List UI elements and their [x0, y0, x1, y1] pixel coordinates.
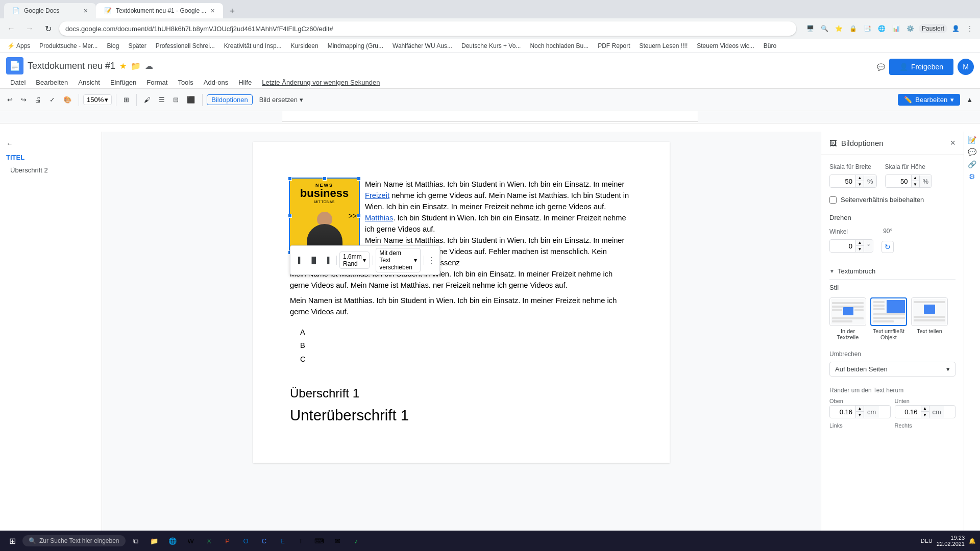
- strip-icon-2[interactable]: 💬: [968, 148, 976, 156]
- margin-bottom-down[interactable]: ▼: [921, 412, 929, 418]
- strip-icon-1[interactable]: 📝: [968, 136, 976, 144]
- margin-dropdown[interactable]: 1.6mm Rand ▾: [339, 252, 370, 269]
- taskbar-explorer[interactable]: 📁: [146, 533, 162, 549]
- margin-bottom-up[interactable]: ▲: [921, 406, 929, 412]
- textwrap-collapse[interactable]: ▼ Textumbruch: [829, 263, 955, 280]
- taskbar-mail[interactable]: ✉: [330, 533, 346, 549]
- taskview-button[interactable]: ⧉: [128, 533, 144, 549]
- umbrechen-dropdown[interactable]: Auf beiden Seiten ▾: [829, 362, 955, 377]
- ext-icon-1[interactable]: 🖥️: [804, 22, 817, 35]
- tab-close[interactable]: ×: [84, 7, 88, 15]
- taskbar-ie[interactable]: 🌐: [164, 533, 181, 549]
- style-inline[interactable]: In der Textzeile: [829, 297, 866, 340]
- ext-icon-7[interactable]: 📊: [890, 22, 902, 35]
- rotate-title[interactable]: Drehen: [829, 214, 955, 221]
- aspect-ratio-checkbox[interactable]: [829, 196, 837, 204]
- share-button[interactable]: 👤 Freigeben: [889, 59, 953, 75]
- menu-ansicht[interactable]: Ansicht: [74, 77, 104, 88]
- taskbar-teams[interactable]: T: [293, 533, 309, 549]
- new-tab-button[interactable]: +: [225, 4, 239, 18]
- handle-top-middle[interactable]: [323, 177, 327, 181]
- scale-height-input[interactable]: [886, 176, 911, 187]
- bookmark-steuer2[interactable]: Steuern Videos wic...: [694, 41, 757, 51]
- outline-title-1[interactable]: TITEL: [6, 154, 95, 161]
- freizeit-link[interactable]: Freizeit: [365, 191, 389, 199]
- angle-down[interactable]: ▼: [855, 246, 864, 252]
- comments-icon[interactable]: 💬: [877, 63, 885, 71]
- reload-button[interactable]: ↻: [41, 21, 55, 36]
- star-icon[interactable]: ★: [119, 61, 127, 71]
- align-right-btn[interactable]: ▐: [322, 255, 333, 266]
- taskbar-spotify[interactable]: ♪: [348, 533, 364, 549]
- taskbar-chrome[interactable]: C: [256, 533, 273, 549]
- style-break[interactable]: Text teilen: [911, 297, 948, 340]
- user-avatar[interactable]: M: [958, 59, 974, 75]
- bookmark-krea[interactable]: Kreativität und Insp...: [221, 41, 285, 51]
- bookmark-steuer1[interactable]: Steuern Lesen !!!!: [636, 41, 691, 51]
- document-area[interactable]: NEWS business MIT TOBIAS: [102, 132, 821, 551]
- angle-input[interactable]: [830, 240, 855, 252]
- search-bar[interactable]: 🔍 Zur Suche Text hier eingeben: [22, 535, 126, 546]
- ext-icon-8[interactable]: ⚙️: [904, 22, 917, 35]
- menu-icon[interactable]: ⋮: [964, 22, 976, 35]
- strip-icon-3[interactable]: 🔗: [968, 160, 976, 168]
- matthias-link[interactable]: Matthias: [365, 214, 393, 222]
- start-button[interactable]: ⊞: [4, 533, 20, 549]
- profile-icon[interactable]: 👤: [949, 22, 962, 35]
- bookmark-mind[interactable]: Mindmapping (Gru...: [325, 41, 386, 51]
- zoom-dropdown[interactable]: 150% ▾: [83, 94, 112, 105]
- menu-tools[interactable]: Tools: [174, 77, 197, 88]
- bookmark-deu[interactable]: Deutsche Kurs + Vo...: [458, 41, 524, 51]
- paint-button[interactable]: 🎨: [60, 94, 75, 106]
- handle-top-right[interactable]: [357, 177, 361, 181]
- margin-top-down[interactable]: ▼: [855, 412, 864, 418]
- align-left-btn[interactable]: ▌: [295, 255, 306, 266]
- taskbar-outlook[interactable]: O: [238, 533, 254, 549]
- handle-right-middle[interactable]: [357, 214, 361, 218]
- spellcheck-button[interactable]: ✓: [46, 94, 58, 106]
- margin-bottom-input[interactable]: [895, 406, 921, 418]
- angle-up[interactable]: ▲: [855, 240, 864, 246]
- bookmark-kurs[interactable]: Kursideen: [288, 41, 322, 51]
- ext-icon-2[interactable]: 🔍: [819, 22, 831, 35]
- bild-ersetzen-button[interactable]: Bild ersetzen ▾: [255, 94, 308, 105]
- paint-format-button[interactable]: 🖌: [141, 94, 154, 106]
- handle-top-left[interactable]: [288, 177, 292, 181]
- ext-icon-3[interactable]: ⭐: [833, 22, 845, 35]
- panel-close-button[interactable]: ×: [950, 138, 955, 148]
- margin-top-up[interactable]: ▲: [855, 406, 864, 412]
- ext-icon-5[interactable]: 📑: [862, 22, 874, 35]
- back-button[interactable]: ←: [4, 21, 18, 36]
- embedded-image[interactable]: NEWS business MIT TOBIAS: [290, 179, 359, 253]
- tab-current[interactable]: 📝 Textdokument neu #1 - Google ... ×: [96, 3, 223, 18]
- scale-width-up[interactable]: ▲: [855, 175, 864, 181]
- handle-left-middle[interactable]: [288, 214, 292, 218]
- more-options-button[interactable]: ⋮: [427, 256, 435, 265]
- address-bar[interactable]: docs.google.com/document/d/1hUH8k6h7Lb8y…: [59, 21, 796, 36]
- position-dropdown[interactable]: Mit dem Text verschieben ▾: [376, 248, 421, 272]
- tab-googledocs[interactable]: 📄 Google Docs ×: [4, 3, 96, 18]
- bookmark-produktsuche[interactable]: Produktsuche - Mer...: [36, 41, 101, 51]
- rotate-preset-button[interactable]: ↻: [881, 241, 894, 253]
- bookmark-prof[interactable]: Professionell Schrei...: [153, 41, 218, 51]
- bookmark-buro[interactable]: Büro: [761, 41, 779, 51]
- print-button[interactable]: 🖨: [32, 94, 44, 106]
- tab-close2[interactable]: ×: [210, 7, 214, 15]
- forward-button[interactable]: →: [22, 21, 37, 36]
- outline-item-1[interactable]: Überschrift 2: [6, 165, 95, 175]
- bookmark-blog[interactable]: Blog: [104, 41, 122, 51]
- ext-icon-6[interactable]: 🌐: [876, 22, 888, 35]
- cloud-icon[interactable]: ☁: [145, 61, 153, 71]
- menu-bearbeiten[interactable]: Bearbeiten: [32, 77, 72, 88]
- strip-icon-4[interactable]: ⚙: [969, 172, 975, 181]
- undo-button[interactable]: ↩: [4, 94, 16, 106]
- style-wrap[interactable]: Text umfließt Objekt: [870, 297, 907, 340]
- bearbeiten-button[interactable]: ✏️ Bearbeiten ▾: [898, 94, 960, 106]
- taskbar-ppt[interactable]: P: [219, 533, 236, 549]
- bookmark-pdf[interactable]: PDF Report: [595, 41, 633, 51]
- saved-status[interactable]: Letzte Änderung vor wenigen Sekunden: [262, 79, 380, 86]
- menu-hilfe[interactable]: Hilfe: [234, 77, 256, 88]
- menu-einfuegen[interactable]: Einfügen: [106, 77, 140, 88]
- menu-format[interactable]: Format: [142, 77, 172, 88]
- taskbar-word[interactable]: W: [183, 533, 199, 549]
